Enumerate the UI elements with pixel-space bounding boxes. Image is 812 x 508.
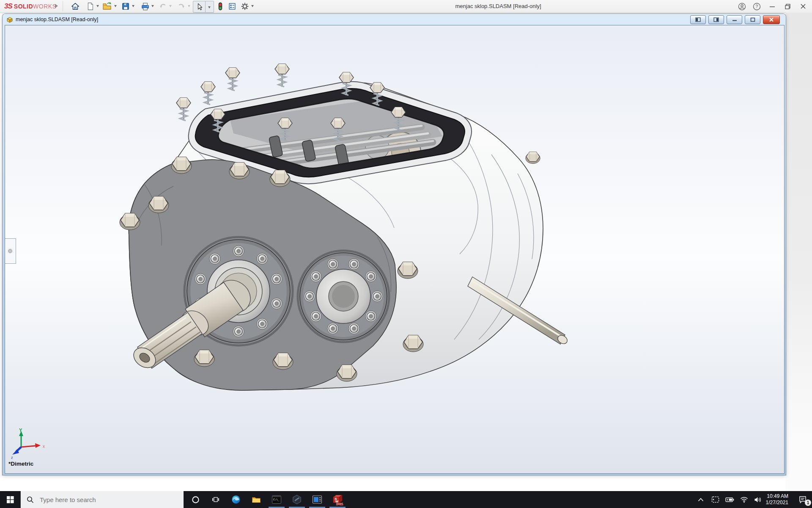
undo-dropdown[interactable] (169, 5, 172, 8)
save-button[interactable] (120, 1, 131, 12)
app-title: menjac sklop.SLDASM [Read-only] (431, 0, 566, 13)
user-account-icon (738, 3, 746, 11)
options-button[interactable] (239, 1, 250, 12)
media-app-icon (312, 495, 322, 504)
battery-charging-icon (725, 497, 734, 502)
gearbox-assembly-model[interactable] (5, 25, 784, 473)
print-dropdown[interactable] (151, 5, 154, 8)
minimize-app-button[interactable] (767, 1, 778, 11)
task-view-icon (211, 495, 220, 504)
tray-battery-button[interactable] (722, 491, 737, 508)
new-document-icon (85, 2, 95, 11)
tab-grip-icon (8, 249, 12, 253)
solidworks-application: 3S SOLID WORKS (0, 0, 812, 508)
hexagon-app-button[interactable] (288, 491, 306, 508)
new-document-button[interactable] (85, 1, 96, 12)
new-document-dropdown[interactable] (96, 5, 99, 8)
open-button[interactable] (102, 1, 112, 12)
search-icon (27, 496, 34, 503)
redo-button[interactable] (176, 1, 187, 12)
assembly-document-icon (6, 16, 13, 23)
sign-in-button[interactable] (736, 1, 747, 11)
collapse-left-pane-button[interactable] (690, 15, 706, 24)
brand-solid-text: SOLID (14, 3, 33, 10)
close-app-button[interactable] (798, 1, 809, 11)
rebuild-indicator-button[interactable] (215, 1, 226, 12)
select-tool-group (193, 1, 214, 13)
svg-text:?: ? (755, 4, 758, 9)
select-tool-dropdown[interactable] (205, 1, 213, 12)
solidworks-2021-icon: S W 2021 (332, 494, 343, 505)
chevron-down-icon (208, 6, 211, 10)
solidworks-logo[interactable]: 3S SOLID WORKS (4, 0, 56, 13)
gear-icon (240, 2, 250, 11)
cmd-prompt-text: C:\_ (273, 498, 280, 501)
minimize-document-button[interactable] (727, 15, 742, 24)
redo-dropdown[interactable] (188, 5, 190, 8)
undo-icon (158, 2, 167, 11)
command-prompt-button[interactable]: C:\_ (267, 491, 286, 508)
notification-count-badge: 1 (805, 500, 811, 506)
close-icon (769, 17, 774, 22)
restore-document-button[interactable] (745, 15, 760, 24)
edge-icon (231, 494, 241, 505)
restore-icon (785, 3, 791, 10)
tray-overflow-button[interactable] (694, 491, 708, 508)
file-properties-icon (228, 2, 237, 11)
menu-expand-arrow-icon[interactable] (55, 4, 60, 8)
pane-right-icon (713, 17, 719, 22)
file-explorer-icon (251, 494, 261, 505)
clock-time: 10:49 AM (749, 493, 788, 500)
windows-logo-icon (7, 496, 14, 503)
output-cover-flange[interactable] (298, 251, 389, 342)
hexagon-app-icon (292, 494, 302, 505)
z-axis-label: z (11, 456, 13, 460)
document-titlebar[interactable]: menjac sklop.SLDASM [Read-only] (3, 14, 786, 25)
file-explorer-button[interactable] (247, 491, 266, 508)
search-input[interactable] (39, 496, 159, 504)
restore-app-button[interactable] (782, 1, 793, 11)
breather-plug[interactable] (526, 152, 540, 163)
tray-display-button[interactable] (708, 491, 722, 508)
media-app-button[interactable] (308, 491, 326, 508)
taskbar-search[interactable] (20, 491, 184, 508)
save-icon (121, 2, 130, 11)
display-device-icon (711, 496, 719, 503)
redo-icon (177, 2, 186, 11)
x-axis-arrow-icon (35, 443, 41, 448)
document-window-controls (690, 15, 782, 24)
cortana-button[interactable] (186, 491, 205, 508)
x-axis-label: x (43, 444, 45, 449)
undo-button[interactable] (157, 1, 168, 12)
tray-network-button[interactable] (737, 491, 751, 508)
select-tool-button[interactable] (193, 1, 205, 12)
feature-manager-collapsed-tab[interactable] (5, 238, 16, 264)
print-button[interactable] (140, 1, 151, 12)
save-dropdown[interactable] (132, 5, 134, 8)
expand-right-pane-button[interactable] (708, 15, 724, 24)
options-dropdown[interactable] (251, 5, 254, 8)
chevron-up-icon (698, 498, 704, 502)
help-button[interactable]: ? (751, 1, 762, 11)
dassault-3ds-logo-icon: 3S (4, 2, 12, 11)
taskbar-clock[interactable]: 10:49 AM 1/27/2021 (749, 491, 788, 508)
close-document-button[interactable] (763, 15, 780, 24)
file-properties-button[interactable] (227, 1, 238, 12)
open-dropdown[interactable] (114, 5, 117, 8)
windows-taskbar: C:\_ S W (0, 491, 812, 508)
open-folder-icon (102, 1, 112, 11)
home-button[interactable] (70, 1, 81, 12)
task-view-button[interactable] (206, 491, 225, 508)
restore-icon (750, 17, 755, 22)
reference-triad: Y x z (10, 428, 49, 461)
start-button[interactable] (0, 491, 20, 508)
cortana-icon (192, 496, 200, 504)
command-prompt-icon: C:\_ (272, 495, 282, 504)
action-center-button[interactable]: 1 (793, 491, 812, 508)
brand-works-text: WORKS (33, 3, 56, 10)
edge-button[interactable] (227, 491, 245, 508)
document-window: menjac sklop.SLDASM [Read-only] (3, 14, 786, 475)
minimize-icon (732, 17, 737, 22)
graphics-viewport[interactable]: Y x z *Dimetric (5, 25, 785, 474)
solidworks-taskbar-button[interactable]: S W 2021 (328, 491, 347, 508)
